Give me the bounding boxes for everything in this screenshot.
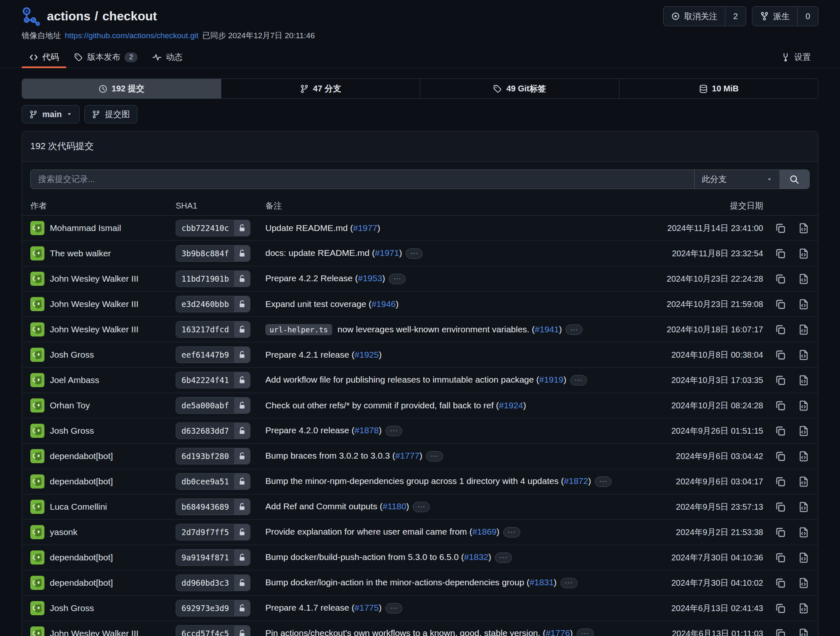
browse-source-button[interactable] <box>797 526 810 538</box>
commit-pr-link[interactable]: #1878 <box>355 425 379 435</box>
author-avatar[interactable] <box>30 576 44 590</box>
commit-more-button[interactable]: ··· <box>561 578 578 588</box>
commit-more-button[interactable]: ··· <box>566 324 583 335</box>
commit-pr-link[interactable]: #1776 <box>546 628 570 636</box>
commit-sha-badge[interactable]: eef61447b9 <box>176 346 250 363</box>
browse-source-button[interactable] <box>797 425 810 437</box>
browse-source-button[interactable] <box>797 374 810 386</box>
mirror-url-link[interactable]: https://github.com/actions/checkout.git <box>65 31 198 40</box>
browse-source-button[interactable] <box>797 627 810 636</box>
copy-sha-button[interactable] <box>774 551 786 564</box>
commit-more-button[interactable]: ··· <box>503 527 520 538</box>
stat-tags[interactable]: 49 Git标签 <box>420 79 619 98</box>
copy-sha-button[interactable] <box>774 399 786 412</box>
author-avatar[interactable] <box>30 373 44 387</box>
commit-pr-link[interactable]: #1832 <box>464 552 488 562</box>
browse-source-button[interactable] <box>797 298 810 310</box>
copy-sha-button[interactable] <box>774 526 786 538</box>
copy-sha-button[interactable] <box>774 273 786 285</box>
commit-graph-button[interactable]: 提交图 <box>84 105 137 123</box>
browse-source-button[interactable] <box>797 399 810 412</box>
commit-pr-link[interactable]: #1953 <box>358 273 382 283</box>
commit-sha-badge[interactable]: 6b42224f41 <box>176 372 250 388</box>
commit-pr-link[interactable]: #1924 <box>499 400 523 410</box>
watchers-count[interactable]: 2 <box>725 7 746 26</box>
browse-source-button[interactable] <box>797 323 810 336</box>
commit-pr-link[interactable]: #1941 <box>535 324 559 334</box>
commit-pr-link[interactable]: #1777 <box>395 451 419 460</box>
forks-count[interactable]: 0 <box>797 7 818 26</box>
commit-more-button[interactable]: ··· <box>389 274 406 284</box>
commit-sha-badge[interactable]: 692973e3d9 <box>176 600 250 616</box>
commit-sha-badge[interactable]: cbb722410c <box>176 220 250 236</box>
copy-sha-button[interactable] <box>774 627 786 636</box>
copy-sha-button[interactable] <box>774 222 786 234</box>
search-button[interactable] <box>779 170 809 189</box>
commit-sha-badge[interactable]: e3d2460bbb <box>176 296 250 312</box>
copy-sha-button[interactable] <box>774 374 786 386</box>
search-input[interactable] <box>31 170 694 189</box>
author-avatar[interactable] <box>30 626 44 636</box>
commit-sha-badge[interactable]: 6ccd57f4c5 <box>176 625 250 636</box>
author-avatar[interactable] <box>30 272 44 286</box>
browse-source-button[interactable] <box>797 247 810 260</box>
commit-sha-badge[interactable]: 11bd71901b <box>176 270 250 287</box>
author-avatar[interactable] <box>30 246 44 260</box>
browse-source-button[interactable] <box>797 475 810 488</box>
commit-pr-link[interactable]: #1180 <box>382 501 406 511</box>
stat-size[interactable]: 10 MiB <box>619 79 818 98</box>
commit-more-button[interactable]: ··· <box>595 476 612 487</box>
copy-sha-button[interactable] <box>774 323 786 336</box>
browse-source-button[interactable] <box>797 577 810 589</box>
commit-more-button[interactable]: ··· <box>577 629 594 636</box>
stat-commits[interactable]: 192 提交 <box>22 79 221 98</box>
author-avatar[interactable] <box>30 221 44 235</box>
branch-filter-dropdown[interactable]: 此分支 <box>694 170 779 189</box>
commit-sha-badge[interactable]: dd960bd3c3 <box>176 575 250 591</box>
copy-sha-button[interactable] <box>774 298 786 310</box>
browse-source-button[interactable] <box>797 551 810 564</box>
commit-pr-link[interactable]: #1977 <box>353 223 377 233</box>
browse-source-button[interactable] <box>797 273 810 285</box>
author-avatar[interactable] <box>30 322 44 336</box>
repo-owner-link[interactable]: actions <box>47 9 91 23</box>
commit-sha-badge[interactable]: d632683dd7 <box>176 422 250 439</box>
tab-activity[interactable]: 动态 <box>145 47 190 68</box>
browse-source-button[interactable] <box>797 602 810 614</box>
copy-sha-button[interactable] <box>774 349 786 361</box>
branch-selector[interactable]: main <box>22 105 80 123</box>
author-avatar[interactable] <box>30 550 44 565</box>
author-avatar[interactable] <box>30 601 44 615</box>
author-avatar[interactable] <box>30 500 44 514</box>
commit-sha-badge[interactable]: b684943689 <box>176 498 250 515</box>
tab-code[interactable]: 代码 <box>22 47 66 68</box>
author-avatar[interactable] <box>30 348 44 362</box>
commit-sha-badge[interactable]: 9a9194f871 <box>176 549 250 566</box>
copy-sha-button[interactable] <box>774 602 786 614</box>
stat-branches[interactable]: 47 分支 <box>221 79 420 98</box>
commit-pr-link[interactable]: #1831 <box>529 577 553 587</box>
repo-avatar-icon[interactable] <box>22 7 41 26</box>
repo-name-link[interactable]: checkout <box>102 9 157 23</box>
copy-sha-button[interactable] <box>774 577 786 589</box>
commit-sha-badge[interactable]: db0cee9a51 <box>176 473 250 490</box>
commit-more-button[interactable]: ··· <box>385 426 402 436</box>
commit-more-button[interactable]: ··· <box>570 375 587 386</box>
copy-sha-button[interactable] <box>774 450 786 462</box>
author-avatar[interactable] <box>30 449 44 463</box>
commit-more-button[interactable]: ··· <box>385 603 402 614</box>
tab-releases[interactable]: 版本发布 2 <box>66 47 145 68</box>
commit-pr-link[interactable]: #1872 <box>564 476 588 486</box>
copy-sha-button[interactable] <box>774 247 786 260</box>
commit-more-button[interactable]: ··· <box>413 502 430 512</box>
browse-source-button[interactable] <box>797 501 810 513</box>
commit-sha-badge[interactable]: 163217dfcd <box>176 321 250 338</box>
author-avatar[interactable] <box>30 525 44 539</box>
unwatch-button[interactable]: 取消关注 2 <box>663 6 746 26</box>
commit-pr-link[interactable]: #1869 <box>472 527 496 536</box>
commit-sha-badge[interactable]: 2d7d9f7ff5 <box>176 524 250 540</box>
commit-pr-link[interactable]: #1925 <box>355 350 379 359</box>
author-avatar[interactable] <box>30 398 44 413</box>
commit-pr-link[interactable]: #1971 <box>375 248 399 258</box>
fork-button[interactable]: 派生 0 <box>752 6 818 26</box>
